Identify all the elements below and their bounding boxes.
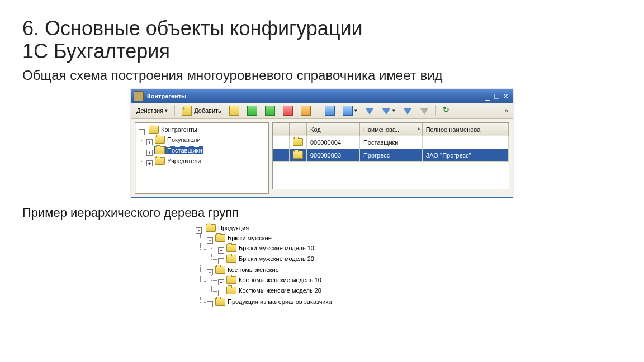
add-icon [182, 106, 192, 116]
minimize-button[interactable]: _ [486, 92, 490, 101]
expander[interactable]: - [207, 269, 213, 275]
folder-icon [226, 255, 236, 263]
clear-filter-button[interactable] [417, 104, 432, 117]
folder-icon [215, 234, 225, 242]
tree-item[interactable]: Брюки мужские модель 10 [225, 244, 315, 252]
expander[interactable]: + [146, 150, 153, 156]
data-grid[interactable]: КодНаименова...▴Полное наименова 0000000… [273, 123, 509, 162]
folder-icon [206, 224, 216, 232]
table-row[interactable]: 000000004Поставщики [273, 136, 509, 149]
filter-icon [365, 108, 374, 115]
expander[interactable]: + [218, 258, 224, 264]
toolbar-overflow[interactable]: » [503, 107, 510, 114]
copy-button[interactable] [244, 104, 260, 117]
folder-plus-icon [229, 106, 239, 116]
expander[interactable]: + [146, 160, 153, 166]
copy-icon [247, 106, 257, 116]
filter-button-2[interactable]: ▾ [379, 104, 398, 117]
delete-button[interactable] [280, 104, 296, 117]
toolbar: Действия▾ Добавить ▾ ▾ » [131, 103, 513, 119]
delete-icon [283, 106, 293, 116]
window-icon [134, 91, 144, 101]
edit-icon [265, 106, 275, 116]
tree-item[interactable]: Продукция из материалов заказчика [214, 298, 333, 306]
mark-button[interactable] [298, 104, 314, 117]
column-header[interactable]: Код [307, 123, 360, 136]
add-folder-button[interactable] [226, 104, 242, 117]
expander[interactable]: + [207, 301, 213, 307]
sort-button[interactable]: ▾ [340, 104, 360, 117]
expander[interactable]: + [218, 279, 224, 285]
column-header[interactable]: Наименова...▴ [359, 123, 422, 136]
filter-icon [403, 108, 412, 115]
caption-2: Пример иерархического дерева групп [22, 206, 622, 220]
example-tree: - Продукция -Брюки мужские+Брюки мужские… [196, 223, 622, 308]
folder-icon [293, 151, 303, 159]
filter-off-icon [420, 108, 429, 115]
folder-icon [155, 157, 165, 165]
tree-item[interactable]: Покупатели [154, 136, 202, 144]
tree-item[interactable]: Учредители [154, 157, 202, 165]
move-icon [325, 106, 335, 116]
table-panel: КодНаименова...▴Полное наименова 0000000… [272, 122, 509, 189]
edit-button[interactable] [262, 104, 278, 117]
tree-item[interactable]: Брюки мужские [214, 234, 273, 242]
tree-item[interactable]: Костюмы женские модель 20 [225, 287, 323, 294]
column-header[interactable]: Полное наименова [422, 123, 508, 136]
window-titlebar[interactable]: Контрагенты _ □ × [131, 89, 513, 103]
refresh-button[interactable] [440, 104, 454, 117]
filter-button-1[interactable] [362, 104, 377, 117]
refresh-icon [443, 106, 452, 115]
slide-title: 6. Основные объекты конфигурации 1С Бухг… [22, 17, 622, 63]
slide-subtitle: Общая схема построения многоуровневого с… [22, 68, 622, 83]
expander[interactable]: + [218, 290, 224, 296]
close-button[interactable]: × [504, 92, 508, 101]
window-title: Контрагенты [147, 93, 484, 99]
contragents-window: Контрагенты _ □ × Действия▾ Добавить ▾ ▾ [131, 89, 513, 198]
tree-item[interactable]: Костюмы женские модель 10 [225, 276, 323, 284]
folder-icon [226, 276, 236, 284]
column-header[interactable] [273, 123, 290, 136]
folder-icon [149, 126, 159, 134]
tree-item[interactable]: Брюки мужские модель 20 [225, 255, 315, 263]
folder-icon [215, 298, 225, 306]
expander[interactable]: - [207, 237, 213, 244]
expander[interactable]: + [218, 247, 224, 254]
filter-icon [382, 108, 391, 115]
maximize-button[interactable]: □ [494, 92, 499, 101]
filter-button-3[interactable] [400, 104, 415, 117]
folder-icon [226, 287, 236, 294]
folder-icon [293, 138, 303, 146]
folder-icon [155, 136, 165, 144]
folder-icon [215, 266, 225, 274]
column-header[interactable] [290, 123, 307, 136]
add-button[interactable]: Добавить [179, 104, 224, 117]
tree-item[interactable]: Костюмы женские [214, 266, 280, 274]
tree-item[interactable]: Поставщики [154, 146, 203, 154]
folder-icon [155, 146, 165, 154]
actions-menu[interactable]: Действия▾ [134, 104, 171, 117]
sort-icon [343, 106, 353, 116]
move-button[interactable] [322, 104, 338, 117]
tree-panel: - Контрагенты +Покупатели+Поставщики+Учр… [135, 122, 269, 194]
folder-icon [226, 244, 236, 252]
expander[interactable]: + [146, 139, 153, 145]
mark-icon [301, 106, 311, 116]
expander[interactable]: - [196, 227, 202, 234]
tree-root-2[interactable]: Продукция [205, 224, 250, 232]
table-row[interactable]: –000000003ПрогрессЗАО ''Прогресс'' [273, 149, 509, 161]
expander[interactable]: - [139, 129, 145, 135]
tree-root[interactable]: Контрагенты [148, 126, 198, 134]
